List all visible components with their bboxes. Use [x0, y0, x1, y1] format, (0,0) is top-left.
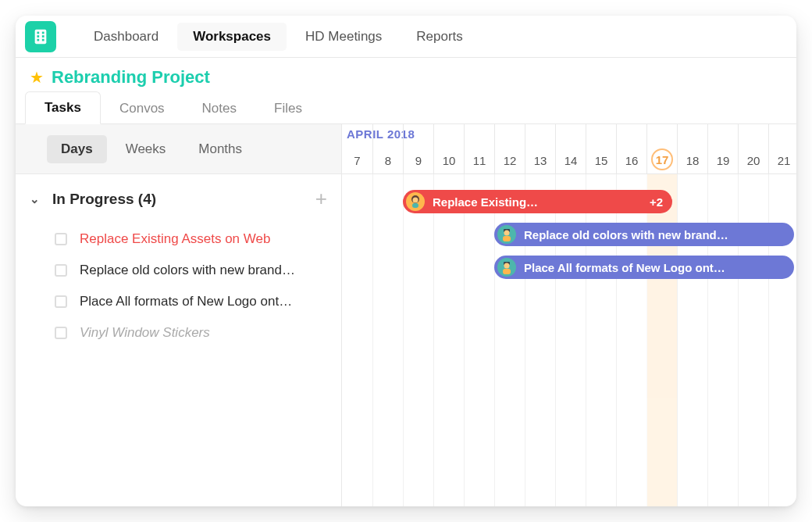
timeline-day-cell[interactable]: 16 [616, 124, 646, 173]
timeline-day-cell[interactable]: 21 [768, 124, 796, 173]
task-row[interactable]: Place All formats of New Logo ont… [16, 286, 341, 317]
app-window: Dashboard Workspaces HD Meetings Reports… [16, 16, 796, 506]
task-label: Replace old colors with new brand… [80, 263, 295, 278]
svg-rect-3 [37, 35, 39, 38]
svg-rect-1 [37, 31, 39, 34]
timeline-day-cell[interactable]: 9 [403, 124, 433, 173]
timeline-bar[interactable]: Replace Existing…+2 [403, 190, 672, 213]
svg-rect-6 [42, 38, 45, 41]
app-logo-icon[interactable] [25, 21, 56, 52]
tab-convos[interactable]: Convos [101, 93, 183, 124]
timeline-day-cell[interactable]: 11 [464, 124, 494, 173]
timeline-grid-column [403, 174, 433, 506]
timeline-bar[interactable]: Place All formats of New Logo ont… [494, 256, 794, 279]
unit-months[interactable]: Months [184, 135, 256, 163]
svg-rect-2 [42, 31, 45, 34]
timeline-day-row: 789101112131415161718192021 [342, 124, 796, 173]
timeline-day-cell[interactable]: 10 [433, 124, 464, 173]
svg-rect-10 [412, 203, 418, 208]
task-checkbox[interactable] [55, 264, 67, 277]
nav-workspaces[interactable]: Workspaces [177, 23, 287, 51]
timeline-grid-column [342, 174, 372, 506]
timeline-day-cell[interactable]: 17 [646, 124, 677, 173]
nav-hd-meetings[interactable]: HD Meetings [290, 23, 397, 51]
avatar-icon [497, 225, 516, 244]
timeline-grid-column [464, 174, 494, 506]
timeline-day-cell[interactable]: 19 [707, 124, 738, 173]
task-checkbox[interactable] [55, 233, 67, 245]
chevron-down-icon[interactable]: ⌄ [30, 192, 40, 206]
star-icon[interactable]: ★ [30, 68, 44, 87]
timeline-day-cell[interactable]: 7 [342, 124, 372, 173]
add-task-icon[interactable]: + [315, 187, 327, 211]
task-label: Place All formats of New Logo ont… [80, 294, 292, 309]
task-row[interactable]: Replace Existing Assets on Web [16, 223, 341, 255]
task-label: Replace Existing Assets on Web [80, 231, 270, 247]
nav-dashboard[interactable]: Dashboard [78, 23, 174, 51]
svg-rect-0 [35, 29, 47, 43]
timeline-grid-column [433, 174, 464, 506]
timeline-day-cell[interactable]: 13 [525, 124, 555, 173]
timeline-day-cell[interactable]: 12 [494, 124, 525, 173]
timeline-day-cell[interactable]: 20 [738, 124, 768, 173]
timeline-day-cell[interactable]: 18 [677, 124, 707, 173]
task-list-panel: Days Weeks Months ⌄ In Progress (4) + Re… [16, 124, 342, 506]
timeline-day-cell[interactable]: 14 [555, 124, 586, 173]
top-nav: Dashboard Workspaces HD Meetings Reports [16, 16, 796, 58]
timeline-bar-badge: +2 [650, 195, 663, 209]
svg-point-17 [504, 263, 510, 269]
timeline-body: Replace Existing…+2Replace old colors wi… [342, 174, 796, 506]
timeline-header: APRIL 2018 789101112131415161718192021 [342, 124, 796, 174]
project-title[interactable]: Rebranding Project [52, 67, 210, 88]
task-label: Vinyl Window Stickers [80, 325, 210, 341]
unit-days[interactable]: Days [47, 135, 107, 163]
svg-rect-4 [42, 35, 45, 38]
timeline-grid-column [372, 174, 403, 506]
svg-point-13 [504, 231, 510, 236]
nav-reports[interactable]: Reports [401, 23, 479, 51]
tab-notes[interactable]: Notes [183, 93, 255, 124]
task-row[interactable]: Replace old colors with new brand… [16, 255, 341, 286]
main-split: Days Weeks Months ⌄ In Progress (4) + Re… [16, 124, 796, 506]
timeline-day-cell[interactable]: 15 [586, 124, 616, 173]
svg-rect-5 [37, 38, 39, 41]
svg-rect-18 [503, 269, 511, 274]
svg-point-9 [413, 198, 418, 203]
avatar-icon [406, 192, 425, 211]
timeline-day-cell[interactable]: 8 [372, 124, 403, 173]
timeline-bar-label: Replace Existing… [433, 195, 538, 209]
today-indicator-icon: 17 [651, 148, 673, 170]
project-header: ★ Rebranding Project [16, 58, 796, 88]
timeline-bar-label: Place All formats of New Logo ont… [524, 261, 725, 274]
task-checkbox[interactable] [55, 295, 67, 308]
timeline-unit-toggle: Days Weeks Months [16, 124, 341, 174]
group-count: (4) [138, 191, 156, 208]
tab-tasks[interactable]: Tasks [25, 91, 101, 124]
timeline-panel: APRIL 2018 789101112131415161718192021 R… [342, 124, 796, 506]
timeline-bar-label: Replace old colors with new brand… [524, 228, 728, 241]
nav-links: Dashboard Workspaces HD Meetings Reports [78, 23, 479, 51]
section-tabs: Tasks Convos Notes Files [16, 91, 796, 124]
timeline-bar[interactable]: Replace old colors with new brand… [494, 223, 794, 246]
tab-files[interactable]: Files [255, 93, 321, 124]
avatar-icon [497, 258, 516, 277]
task-row[interactable]: Vinyl Window Stickers [16, 317, 341, 349]
unit-weeks[interactable]: Weeks [112, 135, 180, 163]
group-title: In Progress [52, 191, 134, 208]
task-checkbox[interactable] [55, 327, 67, 339]
svg-rect-14 [503, 236, 511, 241]
group-header: ⌄ In Progress (4) + [16, 174, 341, 223]
